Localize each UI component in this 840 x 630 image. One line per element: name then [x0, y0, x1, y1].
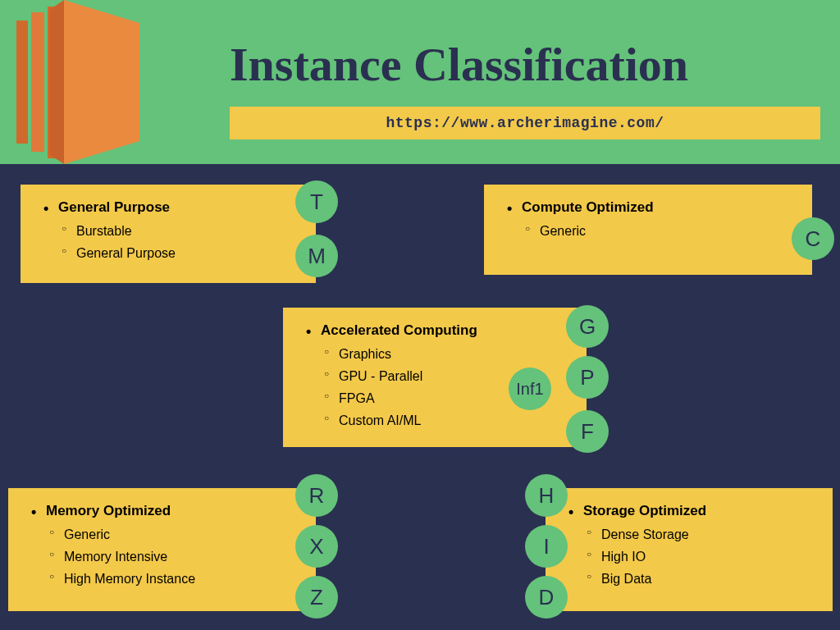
aws-cube-icon: [8, 0, 164, 176]
svg-rect-0: [16, 21, 28, 144]
card-storage-optimized: Storage Optimized Dense Storage High IO …: [546, 488, 833, 611]
card-title: General Purpose: [43, 196, 299, 220]
card-item: General Purpose: [43, 242, 299, 264]
card-item: High Memory Instance: [31, 568, 299, 590]
card-item: Burstable: [43, 220, 299, 242]
bubble-r: R: [295, 474, 338, 517]
card-title: Compute Optimized: [507, 196, 796, 220]
card-item: Generic: [31, 523, 299, 546]
diagram-canvas: General Purpose Burstable General Purpos…: [0, 164, 840, 630]
card-item: Generic: [507, 220, 796, 242]
card-title: Memory Optimized: [31, 500, 299, 523]
card-item: High IO: [568, 546, 816, 568]
bubble-x: X: [295, 525, 338, 568]
bubble-h: H: [525, 474, 568, 517]
card-compute-optimized: Compute Optimized Generic: [484, 185, 812, 275]
bubble-i: I: [525, 525, 568, 568]
bubble-p: P: [566, 356, 609, 399]
card-memory-optimized: Memory Optimized Generic Memory Intensiv…: [8, 488, 316, 611]
bubble-inf1: Inf1: [509, 368, 551, 410]
card-item: Graphics: [306, 343, 570, 365]
header: Instance Classification https://www.arch…: [0, 0, 840, 164]
bubble-c: C: [792, 217, 834, 260]
bubble-d: D: [525, 576, 568, 619]
card-item: Dense Storage: [568, 523, 816, 546]
bubble-m: M: [295, 235, 338, 277]
svg-rect-1: [31, 12, 44, 152]
card-item: Memory Intensive: [31, 546, 299, 568]
card-general-purpose: General Purpose Burstable General Purpos…: [21, 185, 316, 283]
source-url: https://www.archerimagine.com/: [230, 107, 820, 139]
bubble-z: Z: [295, 576, 338, 619]
card-title: Storage Optimized: [568, 500, 816, 523]
svg-marker-4: [49, 0, 64, 164]
card-item: Big Data: [568, 568, 816, 590]
page-title: Instance Classification: [230, 37, 688, 92]
bubble-t: T: [295, 180, 338, 223]
card-item: Custom AI/ML: [306, 409, 570, 431]
svg-marker-3: [64, 0, 139, 164]
bubble-f: F: [566, 410, 609, 453]
bubble-g: G: [566, 305, 609, 348]
card-title: Accelerated Computing: [306, 319, 570, 343]
